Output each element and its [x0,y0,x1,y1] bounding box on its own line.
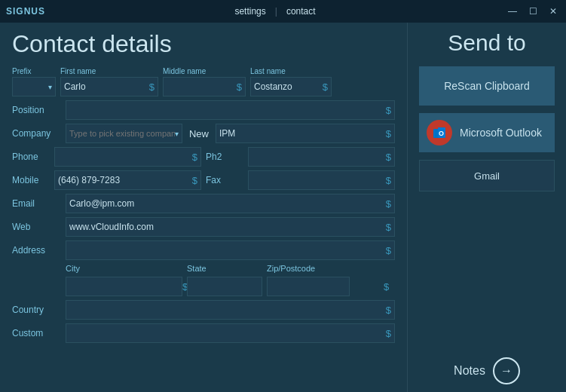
notes-label: Notes [454,364,485,378]
fax-sync-icon[interactable]: $ [386,175,391,186]
lastname-input[interactable] [254,81,323,92]
phone-label: Phone [12,152,50,162]
phone-input[interactable] [58,152,192,162]
nav-settings[interactable]: settings [234,6,265,17]
nav-sep: | [275,6,277,17]
city-header: City [66,264,182,273]
addr-col-headers: City State Zip/Postcode [12,264,395,273]
custom-field[interactable]: $ [66,323,395,343]
middlename-header: Middle name [163,67,246,75]
rescan-clipboard-button[interactable]: ReScan Clipboard [419,66,555,106]
gmail-label: Gmail [474,170,500,182]
custom-row: Custom $ [12,323,395,343]
zip-field[interactable]: $ [267,277,350,296]
middlename-field[interactable]: $ [163,77,246,96]
custom-input[interactable] [69,328,386,338]
mobile-input[interactable] [58,175,192,185]
custom-sync-icon[interactable]: $ [386,328,391,339]
fax-field[interactable]: $ [248,170,395,190]
mobile-row: Mobile $ Fax $ [12,170,395,190]
gmail-button[interactable]: Gmail [419,160,555,191]
position-label: Position [12,105,61,115]
web-input[interactable] [69,222,386,232]
country-row: Country $ [12,300,395,320]
email-sync-icon[interactable]: $ [386,198,391,210]
ph2-sync-icon[interactable]: $ [386,152,391,163]
outlook-icon: O [427,120,452,145]
lastname-field[interactable]: $ [250,77,332,96]
microsoft-outlook-button[interactable]: O Microsoft Outlook [419,113,555,152]
city-input[interactable] [69,281,182,292]
position-input[interactable] [69,105,386,115]
web-sync-icon[interactable]: $ [386,222,391,233]
rescan-label: ReScan Clipboard [444,80,530,92]
web-label: Web [12,222,61,232]
prefix-field[interactable]: Mr. Ms. Dr. ▾ [12,77,56,96]
lastname-section: Last name $ [250,67,332,96]
address-field[interactable]: $ [66,240,395,260]
company-picker[interactable]: ▾ [66,124,182,143]
middlename-sync-icon[interactable]: $ [237,81,242,93]
fax-label: Fax [206,175,243,185]
position-field[interactable]: $ [66,100,395,120]
address-input[interactable] [69,245,386,256]
email-row: Email $ [12,194,395,213]
company-new-badge: New [187,128,211,139]
notes-arrow-icon: → [493,357,520,384]
company-name-field[interactable]: $ [216,124,395,143]
contact-form-panel: Contact details Prefix Mr. Ms. Dr. ▾ F [0,23,408,392]
phone-row: Phone $ Ph2 $ [12,147,395,167]
zip-header: Zip/Postcode [267,264,350,273]
position-sync-icon[interactable]: $ [386,105,391,116]
web-field[interactable]: $ [66,217,395,237]
main-content: Contact details Prefix Mr. Ms. Dr. ▾ F [0,23,566,392]
zip-input[interactable] [271,281,384,292]
address-row: Address $ [12,240,395,260]
address-sync-icon[interactable]: $ [386,245,391,256]
notes-button[interactable]: Notes → [454,357,520,384]
lastname-sync-icon[interactable]: $ [323,81,328,93]
address-label: Address [12,245,61,256]
outlook-logo-icon: O [432,125,447,140]
nav-contact[interactable]: contact [286,6,316,17]
fax-input[interactable] [252,175,386,185]
mobile-label: Mobile [12,175,50,185]
ph2-field[interactable]: $ [248,147,395,167]
mobile-sync-icon[interactable]: $ [192,175,197,186]
country-sync-icon[interactable]: $ [386,305,391,316]
city-field[interactable]: $ [66,277,182,296]
country-field[interactable]: $ [66,300,395,320]
custom-label: Custom [12,328,61,338]
page-title: Contact details [12,30,395,58]
phone-sync-icon[interactable]: $ [192,152,197,163]
ph2-label: Ph2 [206,152,243,162]
email-field[interactable]: $ [66,194,395,213]
outlook-label: Microsoft Outlook [460,127,542,139]
company-sync-icon[interactable]: $ [386,128,391,139]
firstname-field[interactable]: $ [60,77,158,96]
state-field[interactable]: $ [187,277,262,296]
close-button[interactable]: ✕ [546,6,560,17]
phone-field[interactable]: $ [54,147,201,167]
prefix-header: Prefix [12,67,56,75]
firstname-input[interactable] [64,81,149,92]
minimize-button[interactable]: — [505,6,520,17]
zip-sync-icon[interactable]: $ [384,281,389,292]
middlename-input[interactable] [167,81,237,92]
prefix-section: Prefix Mr. Ms. Dr. ▾ [12,67,56,96]
email-input[interactable] [69,198,386,209]
ph2-right: Ph2 $ [206,147,395,167]
ph2-input[interactable] [252,152,386,162]
send-to-panel: Send to ReScan Clipboard O Microsoft Out… [408,23,566,392]
app-title: SIGNUS [6,6,45,17]
company-search-input[interactable] [69,129,175,138]
firstname-header: First name [60,67,158,75]
prefix-select[interactable]: Mr. Ms. Dr. [16,81,48,92]
mobile-field[interactable]: $ [54,170,201,190]
country-input[interactable] [69,305,386,315]
company-name-input[interactable] [219,128,386,139]
middlename-section: Middle name $ [163,67,246,96]
phone-left: Phone $ [12,147,201,167]
maximize-button[interactable]: ☐ [526,6,540,17]
firstname-sync-icon[interactable]: $ [149,81,155,93]
